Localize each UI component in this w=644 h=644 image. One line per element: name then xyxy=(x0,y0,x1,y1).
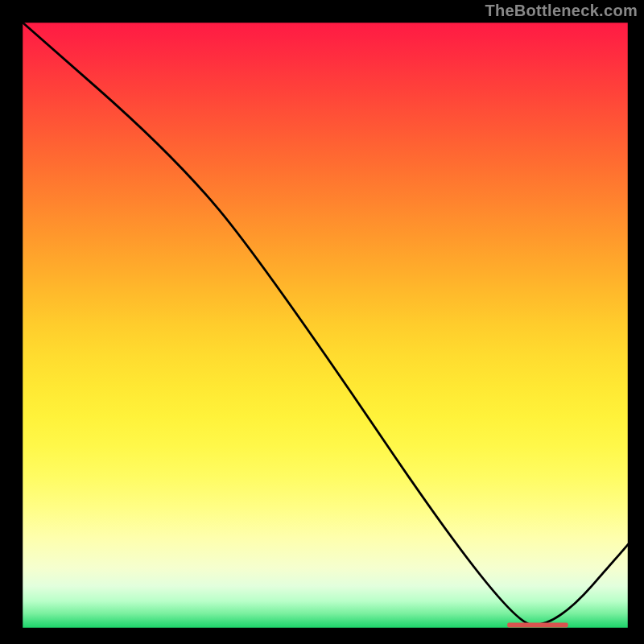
gradient-background xyxy=(22,22,629,629)
optimal-range-marker xyxy=(507,623,568,628)
watermark-text: TheBottleneck.com xyxy=(485,2,638,20)
chart-container xyxy=(0,0,644,644)
chart-svg xyxy=(0,0,644,644)
